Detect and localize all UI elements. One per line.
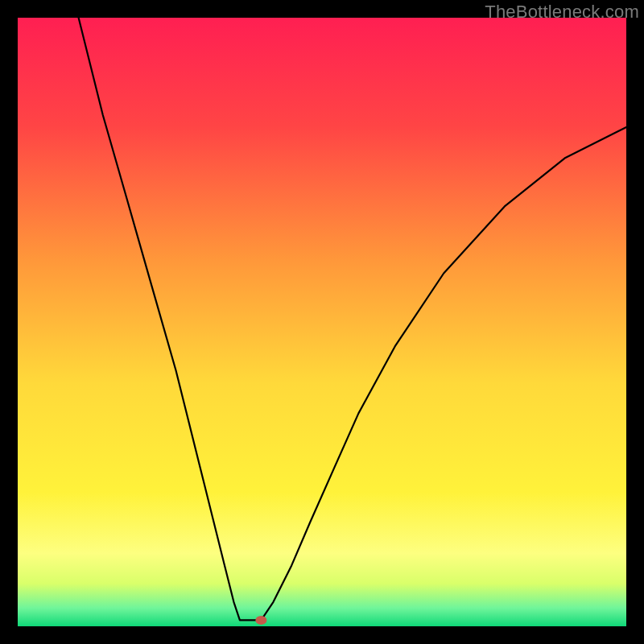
watermark-text: TheBottleneck.com bbox=[485, 2, 639, 23]
gradient-background bbox=[18, 18, 626, 626]
bottleneck-chart bbox=[18, 18, 626, 626]
chart-frame bbox=[18, 18, 626, 626]
optimal-point-marker bbox=[255, 616, 266, 625]
